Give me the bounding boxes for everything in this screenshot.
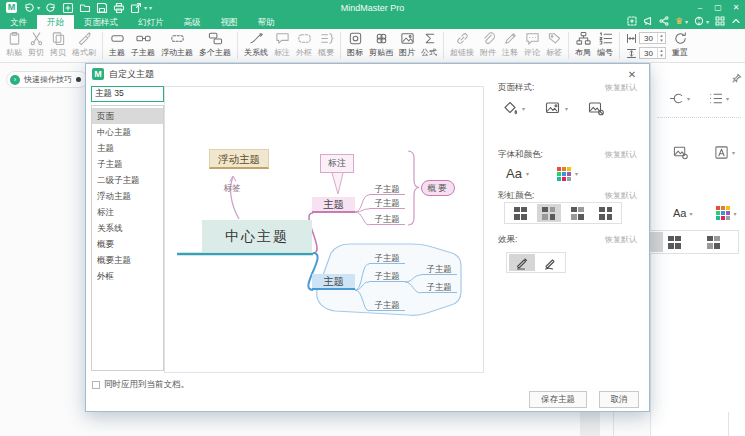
list-item-topic[interactable]: 主题 xyxy=(92,140,163,156)
letter-a-box-icon[interactable] xyxy=(714,145,729,160)
topic-button[interactable]: 主题 xyxy=(106,31,128,58)
rainbow-option-4[interactable] xyxy=(594,204,619,222)
mark-button[interactable]: 图标 xyxy=(344,31,366,58)
note-button[interactable]: 注释 xyxy=(499,31,521,58)
quick-tips-pill[interactable]: › 快速操作技巧 xyxy=(6,71,88,88)
collapse-ribbon-icon[interactable] xyxy=(731,16,741,26)
tab-file[interactable]: 文件 xyxy=(0,15,37,29)
list-item-relationship[interactable]: 关系线 xyxy=(92,220,163,236)
layout-branch-icon[interactable] xyxy=(669,91,684,106)
reset-button[interactable]: 重置 xyxy=(669,31,691,58)
announce-icon[interactable] xyxy=(643,16,653,26)
rainbow-grid-icon[interactable] xyxy=(707,236,720,249)
list-item-page[interactable]: 页面 xyxy=(92,108,163,124)
chevron-down-icon[interactable]: ▾ xyxy=(687,95,690,102)
restore-default-link[interactable]: 恢复默认 xyxy=(605,190,637,201)
copy-button[interactable]: 拷贝 xyxy=(47,31,69,58)
multiple-topics-button[interactable]: 多个主题 xyxy=(196,31,234,58)
layout-button[interactable]: 布局 xyxy=(572,31,594,58)
list-item-central-topic[interactable]: 中心主题 xyxy=(92,124,163,140)
color-palette-icon[interactable] xyxy=(557,167,571,181)
list-item-subtopic-2[interactable]: 二级子主题 xyxy=(92,172,163,188)
list-item-summary[interactable]: 概要 xyxy=(92,236,163,252)
list-item-floating-topic[interactable]: 浮动主题 xyxy=(92,188,163,204)
subtopic-button[interactable]: 子主题 xyxy=(128,31,158,58)
attachment-button[interactable]: 附件 xyxy=(477,31,499,58)
minimize-button[interactable]: – xyxy=(691,0,709,15)
hyperlink-button[interactable]: 超链接 xyxy=(447,31,477,58)
background-image-icon[interactable] xyxy=(673,145,688,160)
vip-icon[interactable]: ♛ xyxy=(675,16,683,26)
horizontal-spacing-input[interactable] xyxy=(640,33,657,43)
callout-button[interactable]: 标注 xyxy=(271,31,293,58)
horizontal-spacing-stepper[interactable]: ▲▼ xyxy=(639,32,666,44)
font-button[interactable]: Aa xyxy=(673,207,686,219)
tab-view[interactable]: 视图 xyxy=(211,15,248,29)
vertical-spacing-input[interactable] xyxy=(640,48,657,58)
cut-button[interactable]: 剪切 xyxy=(25,31,47,58)
theme-icon[interactable] xyxy=(694,16,704,26)
chevron-down-icon[interactable]: ▾ xyxy=(689,210,692,217)
picture-button[interactable]: 图片 xyxy=(396,31,418,58)
boundary-button[interactable]: 外框 xyxy=(293,31,315,58)
rainbow-grid-selected[interactable] xyxy=(649,232,663,252)
remove-background-icon[interactable] xyxy=(588,100,604,116)
restore-default-link[interactable]: 恢复默认 xyxy=(605,149,637,160)
chevron-down-icon[interactable]: ▾ xyxy=(575,170,578,177)
font-button[interactable]: Aa xyxy=(506,166,522,181)
numbering-button[interactable]: 编号 xyxy=(594,31,616,58)
effect-sketch-pen[interactable] xyxy=(537,254,563,271)
effect-normal-pen[interactable] xyxy=(509,254,535,271)
background-image-icon[interactable] xyxy=(545,100,561,116)
numbered-list-icon[interactable] xyxy=(708,91,723,106)
scrollbar-thumb[interactable] xyxy=(580,412,600,436)
format-painter-button[interactable]: 格式刷 xyxy=(69,31,99,58)
comment-button[interactable]: 评论 xyxy=(521,31,543,58)
tab-page-style[interactable]: 页面样式 xyxy=(74,15,128,29)
chevron-down-icon[interactable]: ▾ xyxy=(565,105,568,112)
tab-advanced[interactable]: 高级 xyxy=(174,15,211,29)
list-item-callout[interactable]: 标注 xyxy=(92,204,163,220)
save-theme-button[interactable]: 保存主题 xyxy=(529,391,587,408)
list-item-subtopic[interactable]: 子主题 xyxy=(92,156,163,172)
tab-home[interactable]: 开始 xyxy=(37,15,74,29)
formula-button[interactable]: 公式 xyxy=(418,31,440,58)
rainbow-option-2[interactable] xyxy=(537,204,562,222)
tips-handle-icon[interactable] xyxy=(76,77,81,82)
summary-button[interactable]: 概要 xyxy=(315,31,337,58)
chevron-down-icon[interactable]: ▾ xyxy=(522,105,525,112)
chevron-down-icon[interactable]: ▾ xyxy=(732,149,735,156)
pin-icon[interactable] xyxy=(732,73,742,83)
qr-icon[interactable] xyxy=(715,16,725,26)
rainbow-option-3[interactable] xyxy=(565,204,590,222)
clipart-button[interactable]: 剪贴画 xyxy=(366,31,396,58)
stepper-arrows-icon[interactable]: ▲▼ xyxy=(657,33,665,43)
floating-topic-button[interactable]: 浮动主题 xyxy=(158,31,196,58)
stepper-arrows-icon[interactable]: ▲▼ xyxy=(657,48,665,58)
tab-help[interactable]: 帮助 xyxy=(248,15,285,29)
vertical-spacing-stepper[interactable]: ▲▼ xyxy=(639,47,666,59)
fill-color-icon[interactable] xyxy=(502,100,518,116)
share-icon[interactable] xyxy=(659,16,669,26)
cancel-button[interactable]: 取消 xyxy=(599,391,639,408)
rainbow-option-1[interactable] xyxy=(508,204,533,222)
theme-name-input[interactable] xyxy=(91,86,164,102)
list-item-summary-topic[interactable]: 概要主题 xyxy=(92,252,163,268)
theme-caret-icon[interactable]: ▾ xyxy=(706,18,709,25)
restore-default-link[interactable]: 恢复默认 xyxy=(605,82,637,93)
maximize-button[interactable]: ▢ xyxy=(709,0,727,15)
capture-icon[interactable] xyxy=(627,16,637,26)
tag-button[interactable]: 标签 xyxy=(543,31,565,58)
chevron-down-icon[interactable]: ▾ xyxy=(726,95,729,102)
chevron-down-icon[interactable]: ▾ xyxy=(733,210,736,217)
relationship-button[interactable]: 关系线 xyxy=(241,31,271,58)
apply-to-document-checkbox[interactable] xyxy=(92,381,100,389)
tab-slides[interactable]: 幻灯片 xyxy=(128,15,174,29)
close-button[interactable]: ✕ xyxy=(727,0,745,15)
restore-default-link[interactable]: 恢复默认 xyxy=(605,234,637,245)
list-item-boundary[interactable]: 外框 xyxy=(92,268,163,284)
dialog-close-button[interactable]: ✕ xyxy=(625,68,639,82)
rainbow-grid-icon[interactable] xyxy=(668,236,681,249)
color-palette-icon[interactable] xyxy=(716,206,730,220)
vip-caret-icon[interactable]: ▾ xyxy=(685,18,688,25)
